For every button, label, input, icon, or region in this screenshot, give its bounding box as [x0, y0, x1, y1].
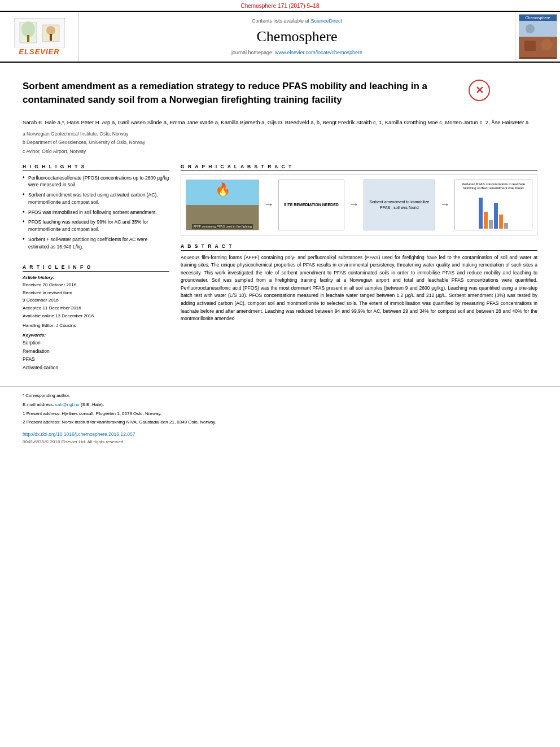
homepage-link[interactable]: www.elsevier.com/locate/chemosphere [275, 50, 362, 55]
abstract-text: Aqueous film-forming foams (AFFF) contai… [181, 254, 537, 323]
elsevier-brand-text: ELSEVIER [19, 47, 59, 56]
bar-5 [499, 215, 503, 229]
elsevier-logo: ELSEVIER [14, 18, 65, 56]
graphical-abstract-section: G R A P H I C A L A B S T R A C T 🔥 AFFF… [181, 164, 537, 235]
remediation-box: SITE REMEDIATION NEEDED [278, 180, 344, 230]
highlight-item: Sorbent amendment was tested using activ… [23, 191, 169, 206]
copyright-text: 0045-6535/© 2016 Elsevier Ltd. All right… [23, 439, 537, 444]
arrow-3: → [440, 199, 450, 211]
journal-citation-bar: Chemosphere 171 (2017) 9–18 [0, 0, 560, 11]
journal-thumbnail-area: Chemosphere [515, 12, 560, 62]
sorbent-box: Sorbent amendment to immobilize PFAS - s… [364, 180, 435, 230]
highlight-item: Perfluorooctanesulfonate (PFOS) concentr… [23, 174, 169, 189]
footnotes: * Corresponding author. E-mail address: … [23, 392, 537, 426]
handling-editor: Handling Editor: J Cousins [23, 323, 169, 328]
barchart-box: Reduced PFAS concentrations in leachate … [454, 180, 532, 230]
graphical-abstract-label: G R A P H I C A L A B S T R A C T [181, 164, 537, 171]
bar-1 [479, 198, 483, 229]
email-line: E-mail address: sah@ngi.no (S.E. Hale). [23, 401, 537, 409]
keywords-list: Sorption Remediation PFAS Activated carb… [23, 339, 169, 372]
highlights-section: H I G H L I G H T S Perfluorooctanesulfo… [23, 164, 169, 251]
journal-name-area: Contents lists available at ScienceDirec… [79, 12, 515, 62]
bar-2 [484, 212, 488, 229]
bar-4 [494, 203, 498, 229]
sorbent-label: Sorbent amendment to immobilize PFAS - s… [366, 199, 432, 211]
arrow-2: → [349, 199, 359, 211]
abstract-label: A B S T R A C T [181, 243, 537, 251]
svg-rect-3 [27, 35, 29, 42]
svg-rect-11 [524, 41, 536, 51]
article-info-section: A R T I C L E I N F O Article history: R… [23, 264, 169, 372]
svg-rect-6 [50, 34, 52, 41]
fire-caption: AFFF containing PFAS used in fire fighti… [192, 224, 253, 229]
citation-text: Chemosphere 171 (2017) 9–18 [241, 3, 320, 9]
journal-title: Chemosphere [257, 28, 338, 45]
article-history-label: Article history: [23, 275, 169, 280]
sciencedirect-link[interactable]: ScienceDirect [311, 18, 343, 24]
affiliation-c: c Avinor, Oslo Airport, Norway [23, 148, 537, 156]
right-column: G R A P H I C A L A B S T R A C T 🔥 AFFF… [181, 164, 537, 372]
bar-chart [479, 202, 508, 229]
article-content: Sorbent amendment as a remediation strat… [0, 63, 560, 377]
elsevier-logo-area: ELSEVIER [0, 12, 79, 62]
barchart-label: Reduced PFAS concentrations in leachate … [457, 182, 530, 191]
svg-point-5 [46, 26, 55, 35]
keywords-label: Keywords: [23, 333, 169, 338]
article-dates: Received 20 October 2016 Received in rev… [23, 281, 169, 320]
elsevier-tree-icon [14, 18, 65, 47]
article-info-label: A R T I C L E I N F O [23, 264, 169, 272]
highlight-item: Sorbent + soil-water partitioning coeffi… [23, 236, 169, 251]
svg-point-9 [526, 24, 535, 33]
journal-header: ELSEVIER Contents lists available at Sci… [0, 11, 560, 63]
affiliation-a: a Norwegian Geotechnical Institute, Oslo… [23, 130, 537, 138]
svg-rect-8 [519, 21, 557, 37]
left-column: H I G H L I G H T S Perfluorooctanesulfo… [23, 164, 169, 372]
footer-section: * Corresponding author. E-mail address: … [0, 386, 560, 450]
email-link[interactable]: sah@ngi.no [55, 402, 80, 407]
abstract-section: A B S T R A C T Aqueous film-forming foa… [181, 243, 537, 323]
footnote-1: 1 Present address: Hjellnes consult, Plo… [23, 410, 537, 418]
authors-line: Sarah E. Hale a,*, Hans Peter H. Arp a, … [23, 118, 537, 127]
highlights-label: H I G H L I G H T S [23, 164, 169, 171]
bar-6 [504, 223, 508, 229]
journal-thumb-label: Chemosphere [519, 15, 557, 21]
highlight-item: PFOS was immobilised in soil following s… [23, 209, 169, 216]
two-column-layout: H I G H L I G H T S Perfluorooctanesulfo… [23, 164, 537, 372]
doi-link[interactable]: http://dx.doi.org/10.1016/j.chemosphere.… [23, 431, 135, 437]
svg-point-2 [21, 21, 35, 37]
sciencedirect-line: Contents lists available at ScienceDirec… [252, 18, 342, 24]
afff-fire-box: 🔥 AFFF containing PFAS used in fire figh… [186, 180, 259, 230]
article-title: Sorbent amendment as a remediation strat… [23, 80, 463, 107]
affiliations: a Norwegian Geotechnical Institute, Oslo… [23, 130, 537, 156]
footnote-2: 2 Present address: Norsk institutt for v… [23, 419, 537, 426]
highlights-list: Perfluorooctanesulfonate (PFOS) concentr… [23, 174, 169, 251]
svg-point-12 [541, 39, 553, 50]
fire-icon: 🔥 [215, 182, 230, 197]
journal-cover-image [519, 21, 557, 57]
arrow-1: → [264, 199, 274, 211]
journal-thumbnail: Chemosphere [519, 14, 557, 59]
corresponding-author: * Corresponding author. [23, 392, 537, 400]
journal-homepage: journal homepage: www.elsevier.com/locat… [231, 50, 362, 55]
crossmark-badge[interactable]: ✕ [469, 80, 490, 101]
highlight-item: PFOS leaching was reduced by 99% for AC … [23, 219, 169, 233]
bar-3 [489, 220, 493, 229]
affiliation-b: b Department of Geosciences, University … [23, 139, 537, 147]
remediation-label: SITE REMEDIATION NEEDED [284, 202, 339, 208]
graphical-abstract-content: 🔥 AFFF containing PFAS used in fire figh… [181, 174, 537, 235]
